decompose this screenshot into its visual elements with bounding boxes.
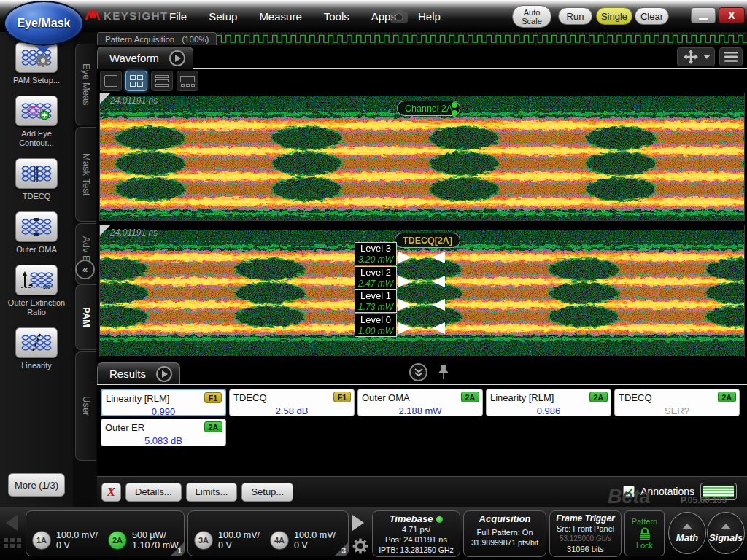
tab-eye-meas[interactable]: Eye Meas [75, 44, 96, 125]
level-2-readout: Level 2 2.47 mW [355, 266, 397, 289]
waveform-menu-button[interactable] [719, 47, 743, 66]
signals-button[interactable]: Signals [707, 512, 745, 554]
pin-icon[interactable] [438, 365, 449, 381]
annotations-checkbox[interactable] [623, 486, 635, 497]
channel-3a-badge: 3A [194, 531, 213, 550]
level-3-readout: Level 3 3.20 mW [355, 242, 397, 265]
menu-file[interactable]: File [169, 10, 187, 23]
minimize-button[interactable] [691, 7, 716, 23]
results-cards: Linearity [RLM] F1 0.990 TDECQ F1 2.58 d… [101, 389, 740, 446]
outer-extinction-ratio-icon: 3/0 [15, 265, 58, 295]
details-button[interactable]: Details... [125, 483, 182, 502]
sidebar-item-outer-oma[interactable]: Outer OMA [1, 211, 71, 254]
brand-name: KEYSIGHT [104, 9, 169, 22]
add-eye-contour-icon [15, 96, 58, 126]
delete-measurement-button[interactable]: X [101, 483, 121, 502]
sidebar-item-tdecq[interactable]: TDECQ [1, 158, 71, 201]
menu-tools[interactable]: Tools [324, 10, 349, 23]
tab-user[interactable]: User [75, 351, 96, 461]
layout-mixed-button[interactable] [177, 71, 198, 91]
result-value: 2.188 mW [362, 405, 479, 416]
menu-setup[interactable]: Setup [209, 10, 237, 23]
tdecq-annotation-label: TDECQ[2A] [395, 233, 460, 248]
outer-oma-icon [15, 211, 58, 242]
flyout-up-icon [721, 524, 731, 529]
pattern-acquisition-bar: Pattern Acquisition (100%) [97, 32, 747, 45]
tab-pam[interactable]: PAM [75, 284, 96, 350]
statusbar: 1A 100.0 mV/ 0 V 2A 500 µW/ 1.1070 mW 1 … [0, 507, 747, 560]
layout-single-button[interactable] [100, 71, 122, 91]
waveform-play-button[interactable] [169, 50, 185, 66]
source-badge: 2A [589, 392, 608, 402]
result-value: 0.986 [490, 405, 607, 416]
level-1-readout: Level 1 1.73 mW [355, 289, 397, 313]
channel-2a-badge: 2A [108, 531, 127, 550]
result-card[interactable]: Outer ER 2A 5.083 dB [101, 419, 226, 446]
close-button[interactable]: X [719, 7, 745, 23]
layout-grid-button[interactable] [125, 71, 147, 91]
tab-mask-test[interactable]: Mask Test [75, 127, 96, 222]
clear-button[interactable]: Clear [635, 7, 669, 25]
timebase-position-label: 24.01191 ns [110, 228, 158, 238]
tdecq-icon [15, 158, 58, 189]
acquisition-panel[interactable]: Acquisition Full Pattern: On 31.98999871… [463, 510, 546, 557]
menu-measure[interactable]: Measure [259, 10, 301, 23]
source-badge: 2A [718, 392, 736, 402]
layout-rows-button[interactable] [151, 71, 173, 91]
result-card[interactable]: TDECQ F1 2.58 dB [229, 389, 355, 416]
channel-1a[interactable]: 1A 100.0 mV/ 0 V [32, 530, 98, 551]
titlebar: KEYSIGHT File Setup Measure Tools Apps H… [0, 0, 747, 32]
collapse-results-button[interactable] [409, 363, 427, 381]
result-card[interactable]: Outer OMA 2A 2.188 mW [357, 389, 483, 416]
app-window: KEYSIGHT File Setup Measure Tools Apps H… [0, 0, 747, 560]
layout-toolbar [100, 71, 198, 93]
setup-button[interactable]: Setup... [241, 483, 293, 502]
source-badge: F1 [333, 392, 351, 402]
collapse-palette-button[interactable]: « [75, 260, 95, 279]
channel-grid-icon[interactable] [4, 538, 21, 554]
run-button[interactable]: Run [558, 7, 592, 25]
timebase-title: Timebase [373, 513, 460, 524]
channel-3a-settings: 100.0 mV/ 0 V [218, 530, 260, 551]
more-tools-button[interactable]: More (1/3) [8, 473, 65, 497]
camera-icon[interactable] [390, 9, 409, 23]
channels-next-icon[interactable] [352, 515, 364, 531]
sidebar-item-add-eye-contour[interactable]: Add Eye Contour... [1, 96, 71, 148]
waveform-pane-1[interactable]: 24.01191 ns Channel 2A [99, 93, 745, 221]
tab-waveform[interactable]: Waveform [97, 47, 193, 69]
svg-text:3/0: 3/0 [43, 284, 50, 289]
pan-dropdown-icon[interactable] [703, 55, 711, 59]
annotation-style-button[interactable] [700, 483, 737, 500]
channel-group-2-panel[interactable]: 3A 100.0 mV/ 0 V 4A 100.0 mV/ 0 V 3 [187, 510, 349, 556]
result-value: 2.58 dB [233, 405, 350, 416]
channel-2a[interactable]: 2A 500 µW/ 1.1070 mW [108, 530, 179, 551]
sidebar-item-linearity[interactable]: Linearity [1, 327, 71, 370]
keysight-spark-icon [85, 8, 101, 23]
timebase-panel[interactable]: Timebase 4.71 ps/ Pos: 24.01191 ns IPTB:… [372, 510, 460, 557]
gear-icon[interactable] [351, 537, 370, 556]
channel-group-1-panel[interactable]: 1A 100.0 mV/ 0 V 2A 500 µW/ 1.1070 mW 1 [26, 510, 185, 556]
annotations-label: Annotations [640, 486, 694, 497]
sidebar-item-outer-extinction-ratio[interactable]: 3/0 Outer Extinction Ratio [1, 265, 71, 317]
measurement-category-tabs: Eye Meas Mask Test Adv Eye « PAM User [73, 32, 97, 507]
pan-tool-button[interactable] [677, 47, 715, 66]
tab-results[interactable]: Results [97, 362, 180, 384]
limits-button[interactable]: Limits... [186, 483, 238, 502]
source-badge: 2A [204, 421, 222, 432]
menu-help[interactable]: Help [418, 10, 441, 23]
results-play-button[interactable] [156, 366, 172, 382]
single-button[interactable]: Single [596, 7, 632, 25]
result-card[interactable]: Linearity [RLM] 2A 0.986 [486, 389, 611, 416]
channel-3a[interactable]: 3A 100.0 mV/ 0 V [194, 530, 260, 551]
pattern-lock-button[interactable]: Pattern Lock [624, 510, 665, 556]
frame-trigger-panel[interactable]: Frame Trigger Src: Front Panel 53.125000… [549, 510, 622, 557]
result-card[interactable]: TDECQ 2A SER? [614, 389, 740, 416]
group-index: 1 [177, 547, 182, 555]
auto-scale-button[interactable]: AutoScale [512, 5, 551, 28]
math-button[interactable]: Math [668, 512, 706, 554]
waveform-pane-2[interactable]: 24.01191 ns TDECQ[2A] Level 3 3.20 mW Le… [99, 225, 745, 357]
result-card[interactable]: Linearity [RLM] F1 0.990 [101, 389, 226, 416]
eye-mask-mode-badge[interactable]: Eye/Mask [4, 1, 84, 46]
channel-4a[interactable]: 4A 100.0 mV/ 0 V [270, 530, 336, 551]
channels-prev-icon[interactable] [6, 515, 18, 531]
